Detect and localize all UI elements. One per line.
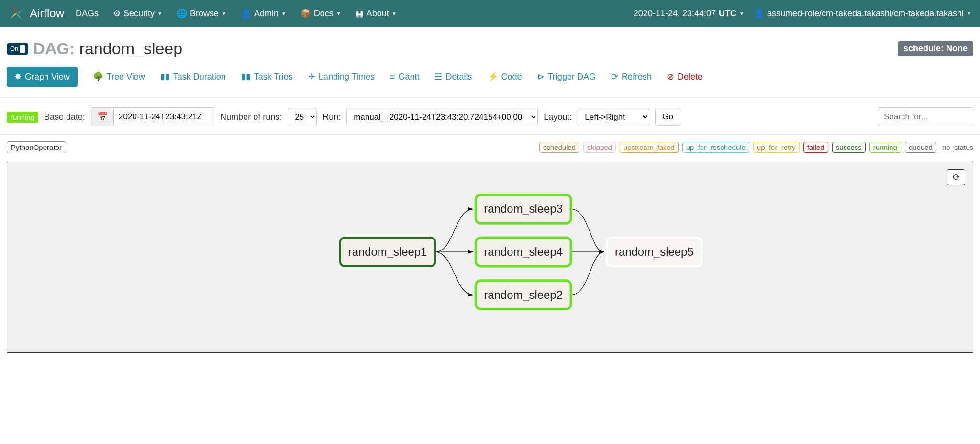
tab-landing-times[interactable]: ✈Landing Times — [308, 71, 375, 82]
status-chip-scheduled[interactable]: scheduled — [539, 142, 579, 153]
tab-task-duration[interactable]: ▮▮Task Duration — [160, 71, 226, 82]
dag-header: On DAG: random_sleep schedule: None — [0, 27, 980, 63]
tab-tree-view[interactable]: 🌳Tree View — [93, 71, 145, 82]
dag-name: random_sleep — [79, 39, 182, 57]
clock-tz: UTC — [719, 9, 736, 19]
dag-on-toggle[interactable]: On — [7, 43, 28, 55]
task-node-random_sleep1[interactable]: random_sleep1 — [340, 238, 435, 266]
svg-text:random_sleep4: random_sleep4 — [484, 245, 563, 258]
schedule-badge: schedule: None — [898, 41, 973, 56]
tab-delete[interactable]: ⊘Delete — [667, 71, 702, 82]
refresh-icon: ⟳ — [953, 172, 960, 182]
sun-icon: ✸ — [14, 71, 22, 82]
dag-title-prefix: DAG: — [33, 39, 75, 57]
chevron-down-icon: ▼ — [281, 11, 286, 16]
dag-title: DAG: random_sleep — [33, 39, 182, 58]
bar-chart-icon: ▮▮ — [160, 71, 170, 82]
airflow-logo-icon — [9, 5, 26, 22]
view-tabs: ✸Graph View 🌳Tree View ▮▮Task Duration ▮… — [0, 63, 980, 98]
svg-text:random_sleep2: random_sleep2 — [484, 288, 563, 301]
tab-trigger-dag[interactable]: ⊳Trigger DAG — [537, 71, 596, 82]
graph-canvas[interactable]: ⟳ random_sleep1 random_sleep3 random_sle… — [7, 161, 973, 353]
nav-items: DAGs ⚙Security▼ 🌐Browse▼ 👤Admin▼ 📦Docs▼ … — [76, 8, 397, 19]
svg-text:random_sleep5: random_sleep5 — [615, 245, 694, 258]
nav-browse[interactable]: 🌐Browse▼ — [177, 8, 226, 19]
calendar-button[interactable]: 📅 — [91, 107, 114, 126]
runs-select[interactable]: 25 — [288, 108, 317, 126]
task-node-random_sleep5[interactable]: random_sleep5 — [607, 238, 702, 266]
chevron-down-icon: ▼ — [739, 11, 744, 16]
nav-about[interactable]: ▦About▼ — [356, 8, 397, 19]
toggle-knob — [20, 45, 25, 53]
bolt-icon: ⚡ — [488, 71, 498, 82]
tree-icon: 🌳 — [93, 71, 103, 82]
svg-text:random_sleep1: random_sleep1 — [348, 245, 427, 258]
calendar-icon: 📅 — [97, 112, 108, 122]
nav-dags[interactable]: DAGs — [76, 9, 99, 19]
brand[interactable]: Airflow — [9, 5, 64, 22]
status-chip-success[interactable]: success — [832, 142, 866, 153]
status-chip-skipped[interactable]: skipped — [583, 142, 616, 153]
tab-details[interactable]: ☰Details — [434, 71, 472, 82]
edge-3-5 — [571, 209, 604, 252]
run-label: Run: — [323, 112, 341, 122]
status-chip-queued[interactable]: queued — [905, 142, 936, 153]
base-date-input[interactable] — [114, 107, 214, 126]
runs-label: Number of runs: — [220, 112, 282, 122]
nav-security[interactable]: ⚙Security▼ — [113, 8, 162, 19]
navbar: Airflow DAGs ⚙Security▼ 🌐Browse▼ 👤Admin▼… — [0, 0, 980, 27]
edge-1-2 — [435, 252, 474, 295]
operator-chip-python[interactable]: PythonOperator — [7, 141, 66, 153]
search-input[interactable] — [878, 107, 973, 126]
status-chip-running[interactable]: running — [869, 142, 901, 153]
status-chip-failed[interactable]: failed — [803, 142, 828, 153]
nav-admin[interactable]: 👤Admin▼ — [241, 8, 286, 19]
clock-text: 2020-11-24, 23:44:07 — [634, 9, 716, 19]
tab-graph-view[interactable]: ✸Graph View — [7, 67, 78, 87]
layout-select[interactable]: Left->Right — [578, 108, 649, 126]
nav-clock[interactable]: 2020-11-24, 23:44:07 UTC ▼ — [634, 9, 744, 19]
run-select[interactable]: manual__2020-11-24T23:43:20.724154+00:00 — [346, 108, 538, 126]
user-name: assumed-role/cm-takeda.takashi/cm-takeda… — [767, 9, 964, 19]
svg-text:random_sleep3: random_sleep3 — [484, 202, 563, 215]
plane-icon: ✈ — [308, 71, 315, 82]
grid-icon: ▦ — [356, 8, 364, 19]
graph-refresh-button[interactable]: ⟳ — [947, 169, 965, 185]
legend: PythonOperator scheduled skipped upstrea… — [0, 135, 980, 158]
nav-user[interactable]: 👤 assumed-role/cm-takeda.takashi/cm-take… — [754, 8, 971, 19]
tab-gantt[interactable]: ≡Gantt — [390, 72, 420, 82]
dag-run-state-badge: running — [7, 112, 38, 123]
graph-svg: random_sleep1 random_sleep3 random_sleep… — [7, 161, 973, 352]
gear-icon: ⚙ — [113, 8, 121, 19]
list-icon: ☰ — [434, 71, 442, 82]
user-icon: 👤 — [241, 8, 251, 19]
status-chip-up-for-retry[interactable]: up_for_retry — [753, 142, 800, 153]
status-chip-upstream-failed[interactable]: upstream_failed — [620, 142, 679, 153]
status-chip-up-for-reschedule[interactable]: up_for_reschedule — [682, 142, 749, 153]
layout-label: Layout: — [544, 112, 572, 122]
chevron-down-icon: ▼ — [336, 11, 341, 16]
base-date-label: Base date: — [44, 112, 85, 122]
task-node-random_sleep2[interactable]: random_sleep2 — [476, 281, 571, 309]
go-button[interactable]: Go — [655, 108, 680, 126]
tab-code[interactable]: ⚡Code — [488, 71, 522, 82]
chevron-down-icon: ▼ — [967, 11, 971, 16]
chevron-down-icon: ▼ — [392, 11, 397, 16]
graph-controls: running Base date: 📅 Number of runs: 25 … — [0, 98, 980, 135]
gantt-icon: ≡ — [390, 72, 395, 82]
tab-task-tries[interactable]: ▮▮Task Tries — [241, 71, 293, 82]
task-node-random_sleep4[interactable]: random_sleep4 — [476, 238, 571, 266]
nav-docs[interactable]: 📦Docs▼ — [301, 8, 341, 19]
edge-1-3 — [435, 209, 474, 252]
chevron-down-icon: ▼ — [157, 11, 162, 16]
bar-chart-icon: ▮▮ — [241, 71, 251, 82]
chevron-down-icon: ▼ — [222, 11, 226, 16]
refresh-icon: ⟳ — [611, 71, 618, 82]
status-no-status: no_status — [942, 143, 973, 151]
brand-text: Airflow — [30, 7, 64, 20]
globe-icon: 🌐 — [177, 8, 187, 19]
task-node-random_sleep3[interactable]: random_sleep3 — [476, 195, 571, 224]
user-icon: 👤 — [754, 8, 764, 19]
book-icon: 📦 — [301, 8, 311, 19]
tab-refresh[interactable]: ⟳Refresh — [611, 71, 652, 82]
